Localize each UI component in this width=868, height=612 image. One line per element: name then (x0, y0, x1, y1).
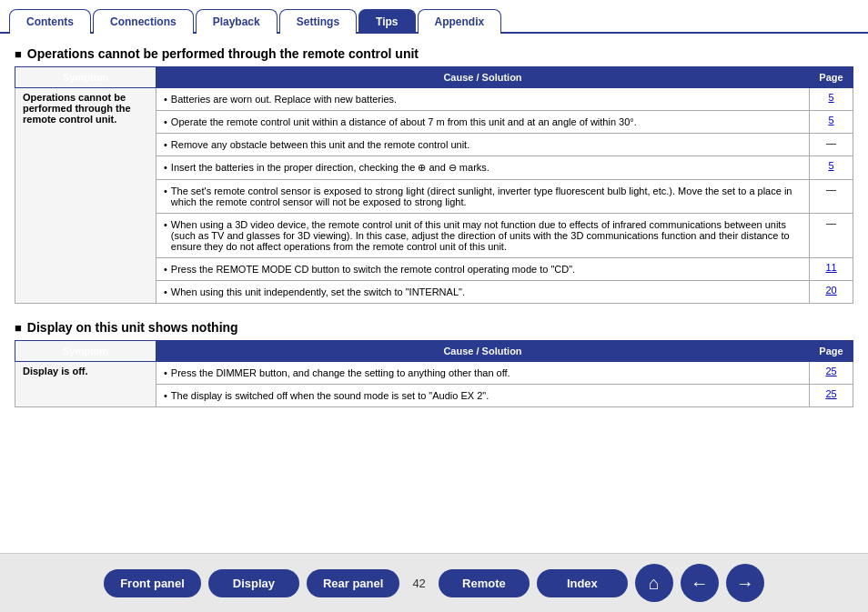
section1-header-page: Page (810, 67, 853, 88)
page-link: 11 (810, 258, 853, 281)
table-row: The set's remote control sensor is expos… (156, 180, 810, 214)
rear-panel-button[interactable]: Rear panel (307, 569, 399, 597)
front-panel-button[interactable]: Front panel (104, 569, 201, 597)
page-link: 5 (810, 111, 853, 134)
section2-header-symptom: Symptom (15, 341, 156, 362)
section2-table: Symptom Cause / Solution Page Display is… (15, 340, 853, 407)
nav-tab-tips[interactable]: Tips (358, 9, 415, 34)
nav-tab-settings[interactable]: Settings (279, 9, 357, 34)
section2-header-cause: Cause / Solution (156, 341, 810, 362)
section1-title: Operations cannot be performed through t… (15, 46, 853, 61)
display-button[interactable]: Display (208, 569, 299, 597)
page-link: 20 (810, 281, 853, 304)
forward-button[interactable]: → (726, 564, 764, 602)
page-number: 42 (407, 577, 430, 590)
section1-symptom: Operations cannot be performed through t… (15, 88, 156, 304)
page-link: 5 (810, 88, 853, 111)
table-row: Press the DIMMER button, and change the … (156, 362, 810, 385)
section2-header-page: Page (810, 341, 853, 362)
page-link: — (810, 134, 853, 156)
table-row: Press the REMOTE MODE CD button to switc… (156, 258, 810, 281)
page-link: — (810, 180, 853, 214)
home-button[interactable]: ⌂ (635, 564, 673, 602)
table-row: The display is switched off when the sou… (156, 385, 810, 407)
table-row: Operate the remote control unit within a… (156, 111, 810, 134)
table-row: Remove any obstacle between this unit an… (156, 134, 810, 156)
table-row: When using this unit independently, set … (156, 281, 810, 304)
page-link: 25 (810, 385, 853, 407)
page-link: — (810, 214, 853, 258)
table-row: Batteries are worn out. Replace with new… (156, 88, 810, 111)
section1-header-symptom: Symptom (15, 67, 156, 88)
nav-tab-contents[interactable]: Contents (9, 9, 91, 34)
remote-button[interactable]: Remote (439, 569, 530, 597)
page-link: 25 (810, 362, 853, 385)
nav-tabs: ContentsConnectionsPlaybackSettingsTipsA… (0, 0, 868, 34)
back-button[interactable]: ← (681, 564, 719, 602)
nav-tab-appendix[interactable]: Appendix (418, 9, 502, 34)
table-row: Insert the batteries in the proper direc… (156, 156, 810, 180)
nav-tab-playback[interactable]: Playback (196, 9, 278, 34)
main-content: Operations cannot be performed through t… (0, 34, 868, 497)
nav-tab-connections[interactable]: Connections (93, 9, 194, 34)
section2-symptom: Display is off. (15, 362, 156, 407)
table-row: When using a 3D video device, the remote… (156, 214, 810, 258)
section1-table: Symptom Cause / Solution Page Operations… (15, 66, 853, 304)
section2-title: Display on this unit shows nothing (15, 320, 853, 335)
index-button[interactable]: Index (537, 569, 628, 597)
bottom-nav: Front panel Display Rear panel 42 Remote… (0, 553, 868, 612)
page-link: 5 (810, 156, 853, 180)
section1-header-cause: Cause / Solution (156, 67, 810, 88)
